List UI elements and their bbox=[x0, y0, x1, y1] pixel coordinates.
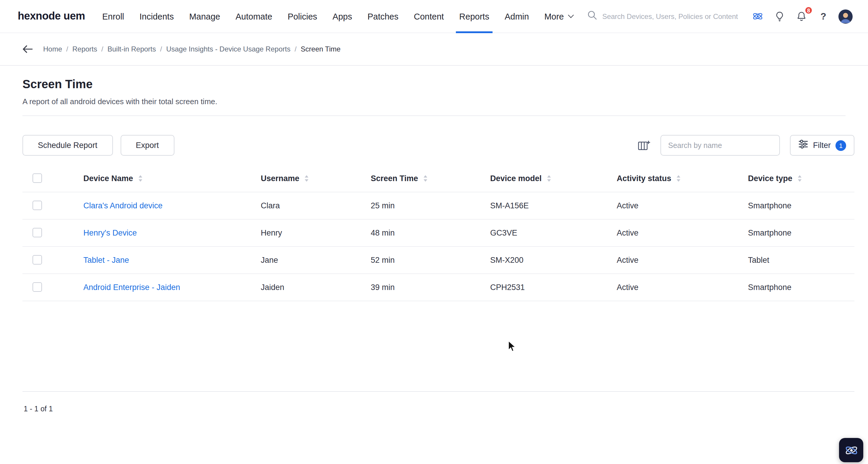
device-type-cell: Smartphone bbox=[748, 219, 855, 246]
sort-icon[interactable] bbox=[798, 175, 802, 182]
schedule-report-button[interactable]: Schedule Report bbox=[23, 135, 113, 156]
sort-icon[interactable] bbox=[138, 175, 143, 182]
col-header-activity-status[interactable]: Activity status bbox=[617, 174, 672, 183]
sort-icon[interactable] bbox=[423, 175, 428, 182]
breadcrumb-reports[interactable]: Reports bbox=[72, 45, 97, 53]
pagination-summary: 1 - 1 of 1 bbox=[24, 405, 53, 413]
device-name-link[interactable]: Henry's Device bbox=[83, 228, 137, 237]
table-row: Android Enterprise - Jaiden Jaiden 39 mi… bbox=[23, 273, 855, 301]
nav-policies[interactable]: Policies bbox=[280, 0, 325, 33]
support-widget-button[interactable] bbox=[839, 438, 863, 462]
sort-icon[interactable] bbox=[677, 175, 681, 182]
col-header-username[interactable]: Username bbox=[261, 174, 300, 183]
whats-new-lightbulb-icon[interactable] bbox=[773, 9, 786, 23]
hexnode-widget-icon bbox=[843, 442, 859, 458]
global-search[interactable]: Search Devices, Users, Policies or Conte… bbox=[587, 10, 738, 23]
col-header-device-name[interactable]: Device Name bbox=[83, 174, 133, 183]
table-row: Clara's Android device Clara 25 min SM-A… bbox=[23, 192, 855, 219]
nav-automate[interactable]: Automate bbox=[228, 0, 280, 33]
search-by-name-input[interactable] bbox=[660, 135, 780, 156]
export-button[interactable]: Export bbox=[120, 135, 174, 156]
nav-reports[interactable]: Reports bbox=[452, 0, 497, 33]
breadcrumb-separator: / bbox=[160, 45, 162, 53]
row-checkbox[interactable] bbox=[33, 255, 42, 265]
activity-status-cell: Active bbox=[617, 219, 748, 246]
device-name-link[interactable]: Tablet - Jane bbox=[83, 255, 129, 264]
device-name-link[interactable]: Clara's Android device bbox=[83, 201, 163, 210]
nav-incidents[interactable]: Incidents bbox=[132, 0, 182, 33]
chevron-down-icon bbox=[568, 12, 574, 18]
back-arrow-icon[interactable] bbox=[23, 45, 33, 53]
breadcrumb-usage-insights[interactable]: Usage Insights - Device Usage Reports bbox=[166, 45, 290, 53]
table-row: Tablet - Jane Jane 52 min SM-X200 Active… bbox=[23, 246, 855, 273]
sort-icon[interactable] bbox=[547, 175, 551, 182]
nav-content[interactable]: Content bbox=[406, 0, 452, 33]
device-type-cell: Smartphone bbox=[748, 273, 855, 301]
select-all-checkbox[interactable] bbox=[33, 174, 42, 183]
notification-count-badge: 8 bbox=[804, 6, 813, 15]
breadcrumb-separator: / bbox=[101, 45, 103, 53]
page-root: hexnode uem Enroll Incidents Manage Auto… bbox=[0, 0, 868, 464]
search-icon bbox=[587, 10, 597, 23]
nav-patches[interactable]: Patches bbox=[360, 0, 406, 33]
username-cell: Jaiden bbox=[261, 273, 371, 301]
mouse-cursor bbox=[508, 340, 517, 355]
breadcrumb-separator: / bbox=[294, 45, 297, 53]
device-model-cell: GC3VE bbox=[490, 219, 617, 246]
col-header-screen-time[interactable]: Screen Time bbox=[371, 174, 418, 183]
sort-icon[interactable] bbox=[305, 175, 309, 182]
filter-button[interactable]: Filter 1 bbox=[790, 135, 855, 156]
breadcrumb-bar: Home / Reports / Built-in Reports / Usag… bbox=[0, 33, 868, 66]
col-header-device-type[interactable]: Device type bbox=[748, 174, 792, 183]
breadcrumb-current: Screen Time bbox=[301, 45, 341, 53]
hex-assist-icon[interactable] bbox=[751, 9, 765, 23]
toolbar-right: Filter 1 bbox=[638, 135, 855, 156]
nav-enroll[interactable]: Enroll bbox=[95, 0, 132, 33]
activity-status-cell: Active bbox=[617, 273, 748, 301]
customize-columns-icon[interactable] bbox=[638, 139, 650, 151]
nav-right-actions: Search Devices, Users, Policies or Conte… bbox=[587, 9, 852, 23]
nav-admin[interactable]: Admin bbox=[497, 0, 536, 33]
row-checkbox[interactable] bbox=[33, 282, 42, 292]
filter-count-badge: 1 bbox=[835, 140, 846, 151]
nav-more[interactable]: More bbox=[536, 0, 580, 33]
device-model-cell: SM-X200 bbox=[490, 246, 617, 273]
col-header-device-model[interactable]: Device model bbox=[490, 174, 541, 183]
breadcrumb: Home / Reports / Built-in Reports / Usag… bbox=[43, 45, 341, 53]
report-toolbar: Schedule Report Export bbox=[23, 135, 855, 156]
table-footer: 1 - 1 of 1 bbox=[23, 391, 855, 413]
page-header: Screen Time A report of all android devi… bbox=[0, 66, 868, 116]
brand-logo[interactable]: hexnode uem bbox=[18, 10, 85, 23]
report-table: Device Name Username Screen Time Device … bbox=[23, 165, 855, 301]
breadcrumb-home[interactable]: Home bbox=[43, 45, 62, 53]
table-row: Henry's Device Henry 48 min GC3VE Active… bbox=[23, 219, 855, 246]
screen-time-cell: 48 min bbox=[371, 219, 490, 246]
nav-more-label: More bbox=[544, 11, 564, 21]
nav-apps[interactable]: Apps bbox=[325, 0, 360, 33]
device-model-cell: CPH2531 bbox=[490, 273, 617, 301]
device-name-link[interactable]: Android Enterprise - Jaiden bbox=[83, 283, 180, 291]
activity-status-cell: Active bbox=[617, 192, 748, 219]
table-header-row: Device Name Username Screen Time Device … bbox=[23, 165, 855, 192]
toolbar-left: Schedule Report Export bbox=[23, 135, 174, 156]
nav-manage[interactable]: Manage bbox=[182, 0, 228, 33]
device-model-cell: SM-A156E bbox=[490, 192, 617, 219]
device-type-cell: Tablet bbox=[748, 246, 855, 273]
device-type-cell: Smartphone bbox=[748, 192, 855, 219]
breadcrumb-separator: / bbox=[66, 45, 68, 53]
help-icon[interactable]: ? bbox=[816, 9, 830, 23]
row-checkbox[interactable] bbox=[33, 228, 42, 237]
activity-status-cell: Active bbox=[617, 246, 748, 273]
screen-time-cell: 25 min bbox=[371, 192, 490, 219]
user-avatar[interactable] bbox=[838, 9, 852, 23]
breadcrumb-built-in-reports[interactable]: Built-in Reports bbox=[107, 45, 156, 53]
row-checkbox[interactable] bbox=[33, 201, 42, 210]
notifications-bell-icon[interactable]: 8 bbox=[795, 9, 808, 23]
header-divider bbox=[23, 115, 845, 116]
username-cell: Clara bbox=[261, 192, 371, 219]
main-nav: Enroll Incidents Manage Automate Policie… bbox=[95, 0, 581, 33]
page-subtitle: A report of all android devices with the… bbox=[23, 97, 845, 106]
username-cell: Jane bbox=[261, 246, 371, 273]
filter-sliders-icon bbox=[798, 140, 808, 151]
global-search-placeholder: Search Devices, Users, Policies or Conte… bbox=[602, 12, 738, 21]
